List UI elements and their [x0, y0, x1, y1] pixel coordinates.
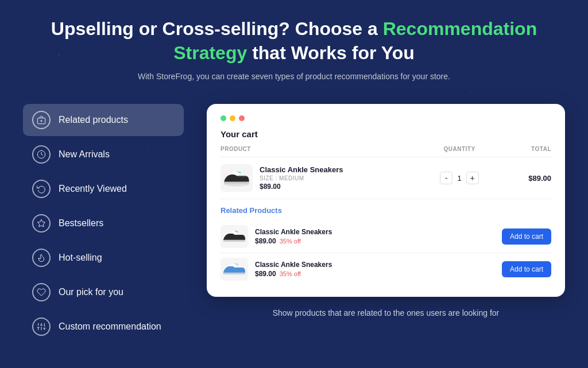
sneaker-image-svg [222, 168, 251, 188]
related-product-info-2: Classic Ankle Sneakers $89.00 35% off [255, 261, 495, 278]
history-icon [32, 180, 51, 198]
heart-icon [32, 283, 51, 301]
add-to-cart-button-2[interactable]: Add to cart [502, 261, 551, 277]
svg-marker-4 [37, 220, 45, 227]
sliders-icon [32, 317, 51, 336]
dot-yellow [230, 115, 235, 121]
related-price-2: $89.00 [255, 270, 276, 278]
related-sneaker-svg-2 [222, 259, 247, 279]
qty-decrease-button[interactable]: - [440, 172, 452, 184]
cart-item-total: $89.00 [494, 174, 551, 183]
clock-icon [32, 145, 51, 164]
cart-product-info: Classic Ankle Sneakers SIZE : MEDIUM $89… [220, 164, 425, 192]
sidebar-item-bestsellers[interactable]: Bestsellers [23, 207, 184, 239]
title-end: that Works for You [247, 42, 415, 63]
sidebar-label-related-products: Related products [59, 115, 128, 125]
box-icon [32, 111, 51, 129]
sidebar-item-custom-rec[interactable]: Custom recommendation [23, 311, 184, 343]
related-price-row-1: $89.00 35% off [255, 237, 495, 245]
cart-title: Your cart [220, 129, 551, 139]
sidebar-label-our-pick: Our pick for you [59, 287, 123, 297]
sidebar-label-custom-rec: Custom recommendation [59, 321, 161, 332]
cart-product-price: $89.00 [260, 183, 343, 191]
cart-card: Your cart PRODUCT QUANTITY TOTAL [207, 104, 565, 297]
header-subtitle: With StoreFrog, you can create seven typ… [122, 72, 466, 81]
svg-rect-15 [224, 182, 249, 184]
related-product-name-2: Classic Ankle Sneakers [255, 261, 495, 269]
right-panel: Your cart PRODUCT QUANTITY TOTAL [207, 104, 565, 317]
related-products-section: Related Products Classic A [220, 206, 551, 285]
related-section-title: Related Products [220, 206, 551, 215]
star-icon [32, 214, 51, 233]
related-product-image-2 [220, 258, 248, 281]
sidebar-label-new-arrivals: New Arrivals [59, 149, 110, 160]
page-container: Upselling or Cross-selling? Choose a Rec… [0, 0, 588, 357]
cart-table-header: PRODUCT QUANTITY TOTAL [220, 146, 551, 157]
sidebar-item-recently-viewed[interactable]: Recently Viewed [23, 173, 184, 205]
flame-icon [32, 249, 51, 267]
sidebar-item-new-arrivals[interactable]: New Arrivals [23, 138, 184, 171]
add-to-cart-button-1[interactable]: Add to cart [502, 228, 551, 245]
cart-product-image [220, 164, 253, 192]
sidebar-label-bestsellers: Bestsellers [59, 218, 103, 228]
related-product-row-1: Classic Ankle Sneakers $89.00 35% off Ad… [220, 220, 551, 253]
related-price-1: $89.00 [255, 237, 276, 245]
sidebar-label-recently-viewed: Recently Viewed [59, 184, 127, 194]
related-discount-2: 35% off [280, 270, 301, 277]
qty-increase-button[interactable]: + [466, 172, 479, 184]
related-product-image-1 [220, 225, 248, 248]
qty-number: 1 [457, 174, 461, 183]
sidebar: Related products New Arrivals Recently V… [23, 104, 184, 345]
title-plain: Upselling or Cross-selling? Choose a [51, 18, 383, 39]
related-product-row-2: Classic Ankle Sneakers $89.00 35% off Ad… [220, 253, 551, 285]
footer-description: Show products that are related to the on… [207, 308, 565, 317]
cart-product-details: Classic Ankle Sneakers SIZE : MEDIUM $89… [260, 165, 343, 191]
svg-rect-17 [223, 273, 246, 274]
sidebar-item-hot-selling[interactable]: Hot-selling [23, 242, 184, 274]
quantity-control: - 1 + [425, 172, 494, 184]
sidebar-item-our-pick[interactable]: Our pick for you [23, 276, 184, 308]
related-discount-1: 35% off [280, 238, 301, 245]
header-section: Upselling or Cross-selling? Choose a Rec… [23, 17, 565, 81]
related-sneaker-svg-1 [222, 227, 247, 246]
svg-rect-16 [223, 240, 246, 242]
related-product-name-1: Classic Ankle Sneakers [255, 228, 495, 236]
cart-product-name: Classic Ankle Sneakers [260, 165, 343, 174]
sidebar-item-related-products[interactable]: Related products [23, 104, 184, 136]
page-title: Upselling or Cross-selling? Choose a Rec… [23, 17, 565, 65]
col-header-total: TOTAL [494, 146, 551, 152]
sidebar-label-hot-selling: Hot-selling [59, 253, 102, 263]
window-dots [220, 115, 551, 121]
dot-green [220, 115, 226, 121]
related-price-row-2: $89.00 35% off [255, 270, 495, 278]
dot-red [239, 115, 245, 121]
cart-product-size: SIZE : MEDIUM [260, 175, 343, 181]
col-header-product: PRODUCT [220, 146, 425, 152]
cart-item-row: Classic Ankle Sneakers SIZE : MEDIUM $89… [220, 164, 551, 199]
main-layout: Related products New Arrivals Recently V… [23, 104, 565, 345]
related-product-info-1: Classic Ankle Sneakers $89.00 35% off [255, 228, 495, 245]
col-header-quantity: QUANTITY [425, 146, 494, 152]
